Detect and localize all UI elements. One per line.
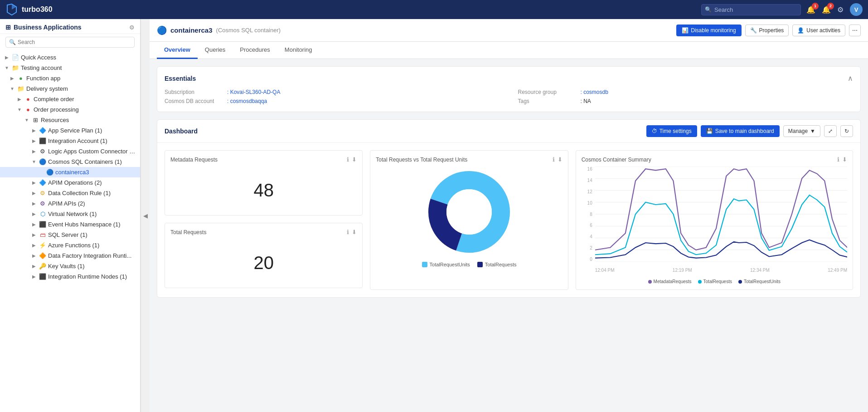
brand-logo[interactable]: turbo360 [5,3,53,16]
manage-button[interactable]: Manage ▼ [783,125,820,137]
sidebar-item-integration-runtime-nodes[interactable]: ▶ ⬛ Integration Runtime Nodes (1) [0,271,140,282]
chart-donut: Total Requests vs Total Request Units ℹ … [370,150,568,290]
save-dashboard-button[interactable]: 💾 Save to main dashboard [701,125,780,137]
charts-grid: Metadata Requests ℹ ⬇ 48 Total [157,143,860,297]
properties-button[interactable]: 🔧 Properties [745,25,789,36]
chevron-icon: ▶ [31,149,37,154]
sidebar-item-containerca3[interactable]: 🔵 containerca3 [0,167,140,177]
legend-dot [738,280,742,284]
svg-point-5 [446,189,492,235]
sidebar-item-complete-order[interactable]: ▶ ● Complete order [0,94,140,104]
time-settings-button[interactable]: ⏱ Time settings [646,125,697,137]
sidebar-item-label: Logic Apps Custom Connector (1) [48,148,136,155]
sidebar-item-event-hubs[interactable]: ▶ ⬛ Event Hubs Namespace (1) [0,219,140,230]
essentials-value[interactable]: : Kovai-SL360-AD-QA [227,89,280,95]
sidebar-item-label: Virtual Network (1) [48,211,136,217]
chevron-icon: ▶ [31,180,37,185]
user-activities-button[interactable]: 👤 User activities [792,25,845,36]
tab-queries[interactable]: Queries [198,42,233,59]
chevron-down-icon: ▼ [810,128,815,134]
sidebar-item-label: APIM APIs (2) [48,200,136,207]
refresh-button[interactable]: ↻ [840,125,853,137]
sidebar-item-logic-apps-connector[interactable]: ▶ ⚙ Logic Apps Custom Connector (1) [0,146,140,157]
line-chart-legend: MetadataRequests TotalRequests TotalRequ… [582,279,847,284]
network-icon: ⬡ [39,211,46,217]
chart-icons: ℹ ⬇ [837,156,847,163]
essentials-value-tags: : NA [581,98,591,104]
sidebar-item-label: Delivery system [26,85,136,92]
sidebar-item-apim-operations[interactable]: ▶ 🔷 APIM Operations (2) [0,177,140,188]
sidebar-item-resources[interactable]: ▼ ⊞ Resources [0,115,140,125]
download-icon[interactable]: ⬇ [558,156,563,163]
chart-title: Total Requests vs Total Request Units [376,157,467,163]
sidebar-collapse-button[interactable]: ◀ [141,19,150,412]
chart-metadata-requests: Metadata Requests ℹ ⬇ 48 [165,150,363,216]
chevron-icon: ▼ [24,118,30,123]
download-icon[interactable]: ⬇ [352,156,357,163]
sidebar-item-label: Azure Functions (1) [48,242,136,249]
download-icon[interactable]: ⬇ [352,229,357,235]
sidebar-item-app-service-plan[interactable]: ▶ 🔷 App Service Plan (1) [0,125,140,136]
settings-button[interactable]: ⚙ [837,5,844,14]
disable-monitoring-button[interactable]: 📊 Disable monitoring [676,25,741,36]
sidebar-item-order-processing[interactable]: ▼ ● Order processing [0,104,140,115]
sidebar-item-function-app[interactable]: ▶ ● Function app [0,73,140,83]
user-avatar[interactable]: V [850,3,863,16]
sidebar-item-label: Complete order [34,96,136,103]
essentials-value[interactable]: : cosmosdbaqqa [227,98,267,104]
chevron-icon: ▶ [31,232,37,237]
legend-color-dot [477,262,483,267]
factory-icon: 🔶 [39,252,46,259]
doc-icon: 📄 [12,54,19,61]
sidebar-item-delivery-system[interactable]: ▼ 📁 Delivery system [0,83,140,94]
chevron-icon: ▶ [31,191,37,196]
logo-icon [5,3,18,16]
sidebar-settings-icon[interactable]: ⚙ [129,24,135,31]
chevron-icon: ▶ [31,128,37,133]
expand-button[interactable]: ⤢ [824,125,837,137]
chart-card-header: Cosmos Container Summary ℹ ⬇ [582,156,847,163]
sidebar-item-testing-account[interactable]: ▼ 📁 Testing account [0,63,140,73]
left-charts-column: Metadata Requests ℹ ⬇ 48 Total [165,150,363,290]
sidebar-item-label: Cosmos SQL Containers (1) [48,158,136,165]
sidebar-item-quick-access[interactable]: ▶ 📄 Quick Access [0,52,140,63]
resource-name: containerca3 [170,26,213,34]
download-icon[interactable]: ⬇ [842,156,847,163]
info-icon[interactable]: ℹ [347,229,349,235]
sidebar-item-cosmos-sql-containers[interactable]: ▼ 🔵 Cosmos SQL Containers (1) [0,157,140,167]
sidebar-search-input[interactable] [5,37,135,48]
sidebar-item-label: Integration Runtime Nodes (1) [48,273,136,280]
sidebar-item-label: Key Vaults (1) [48,263,136,270]
chart-icons: ℹ ⬇ [553,156,563,163]
collapse-essentials-icon[interactable]: ∧ [848,74,853,83]
tab-overview[interactable]: Overview [157,42,198,59]
content-area: 🔵 containerca3 (Cosmos SQL container) 📊 … [150,19,868,412]
donut-chart-container: TotalRequestUnits TotalRequests [376,167,562,267]
tab-monitoring[interactable]: Monitoring [277,42,320,59]
sidebar-item-data-factory[interactable]: ▶ 🔶 Data Factory Integration Runti... [0,250,140,261]
sidebar-item-label: Testing account [21,64,136,71]
chart-card-header: Metadata Requests ℹ ⬇ [170,156,357,163]
info-icon[interactable]: ℹ [837,156,839,163]
connector-icon: ⚙ [39,148,46,155]
sidebar-item-virtual-network[interactable]: ▶ ⬡ Virtual Network (1) [0,209,140,219]
chevron-icon: ▶ [9,76,15,81]
sidebar-item-key-vaults[interactable]: ▶ 🔑 Key Vaults (1) [0,261,140,271]
info-icon[interactable]: ℹ [347,156,349,163]
essentials-value[interactable]: : cosmosdb [581,89,608,95]
more-button[interactable]: ⋯ [849,25,861,36]
sidebar-item-data-collection-rule[interactable]: ▶ ⚙ Data Collection Rule (1) [0,188,140,198]
notifications-button[interactable]: 🔔 2 [822,5,831,14]
sidebar-item-label: SQL Server (1) [48,231,136,238]
info-icon[interactable]: ℹ [553,156,555,163]
search-input[interactable] [701,4,801,15]
sidebar-item-apim-apis[interactable]: ▶ ⚙ APIM APIs (2) [0,198,140,209]
sidebar-item-azure-functions[interactable]: ▶ ⚡ Azure Functions (1) [0,240,140,250]
chevron-icon: ▶ [31,264,37,269]
content-header: 🔵 containerca3 (Cosmos SQL container) 📊 … [150,19,868,42]
sidebar-item-integration-account[interactable]: ▶ ⬛ Integration Account (1) [0,136,140,146]
tab-procedures[interactable]: Procedures [233,42,277,59]
sidebar-tree: ▶ 📄 Quick Access ▼ 📁 Testing account ▶ ●… [0,50,140,412]
alerts-button[interactable]: 🔔 1 [806,5,815,14]
sidebar-item-sql-server[interactable]: ▶ 🗃 SQL Server (1) [0,230,140,240]
